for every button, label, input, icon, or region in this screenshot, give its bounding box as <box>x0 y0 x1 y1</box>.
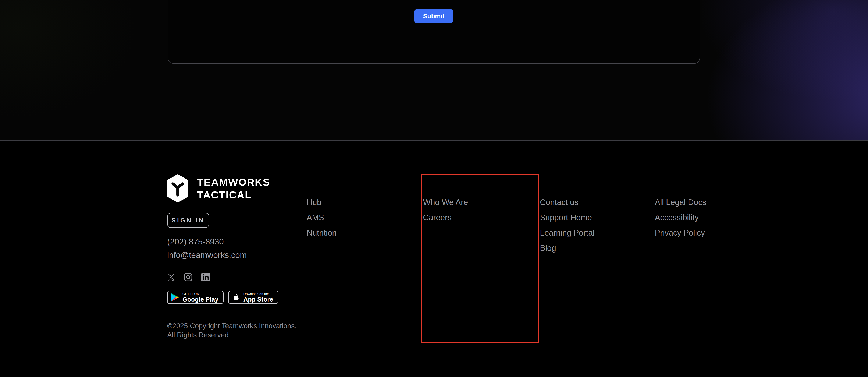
x-icon[interactable] <box>167 273 175 281</box>
footer-link-careers[interactable]: Careers <box>423 213 468 223</box>
copyright-line1: ©2025 Copyright Teamworks Innovations. <box>167 321 297 330</box>
footer: TEAMWORKS TACTICAL SIGN IN (202) 875-893… <box>0 141 868 377</box>
hero-section: Submit <box>0 0 868 140</box>
apple-icon <box>232 293 240 301</box>
app-store-tagline: Download on the <box>244 292 273 295</box>
footer-link-contact-us[interactable]: Contact us <box>540 197 595 207</box>
footer-link-learning-portal[interactable]: Learning Portal <box>540 228 595 238</box>
teamworks-hexagon-logo-icon <box>166 173 189 203</box>
email-link[interactable]: info@teamworks.com <box>167 251 247 260</box>
brand-logo: TEAMWORKS TACTICAL <box>166 173 270 203</box>
brand-name-line1: TEAMWORKS <box>197 176 270 188</box>
footer-nav-company: Who We Are Careers <box>423 197 468 228</box>
footer-link-privacy-policy[interactable]: Privacy Policy <box>655 228 706 238</box>
brand-name-line2: TACTICAL <box>197 188 270 201</box>
phone-link[interactable]: (202) 875-8930 <box>167 237 224 246</box>
linkedin-icon[interactable] <box>201 273 210 281</box>
app-store-label: App Store <box>244 296 273 302</box>
footer-nav-support: Contact us Support Home Learning Portal … <box>540 197 595 259</box>
app-badges: GET IT ON Google Play Download on the Ap… <box>167 291 278 304</box>
footer-link-hub[interactable]: Hub <box>307 197 337 207</box>
google-play-icon <box>171 293 179 301</box>
footer-link-ams[interactable]: AMS <box>307 213 337 223</box>
google-play-label: Google Play <box>182 296 218 302</box>
google-play-tagline: GET IT ON <box>182 292 218 295</box>
google-play-badge[interactable]: GET IT ON Google Play <box>167 291 223 304</box>
footer-link-nutrition[interactable]: Nutrition <box>307 228 337 238</box>
submit-button[interactable]: Submit <box>414 9 453 23</box>
footer-nav-legal: All Legal Docs Accessibility Privacy Pol… <box>655 197 706 243</box>
footer-link-accessibility[interactable]: Accessibility <box>655 213 706 223</box>
footer-nav-products: Hub AMS Nutrition <box>307 197 337 243</box>
footer-link-all-legal-docs[interactable]: All Legal Docs <box>655 197 706 207</box>
sign-in-button[interactable]: SIGN IN <box>167 213 209 228</box>
footer-link-blog[interactable]: Blog <box>540 243 595 253</box>
brand-wordmark: TEAMWORKS TACTICAL <box>197 176 270 201</box>
social-links <box>167 273 210 281</box>
footer-link-support-home[interactable]: Support Home <box>540 213 595 223</box>
copyright-text: ©2025 Copyright Teamworks Innovations. A… <box>167 321 297 340</box>
footer-link-who-we-are[interactable]: Who We Are <box>423 197 468 207</box>
form-card: Submit <box>167 0 700 64</box>
instagram-icon[interactable] <box>184 273 192 281</box>
copyright-line2: All Rights Reserved. <box>167 330 297 340</box>
app-store-badge[interactable]: Download on the App Store <box>228 291 278 304</box>
